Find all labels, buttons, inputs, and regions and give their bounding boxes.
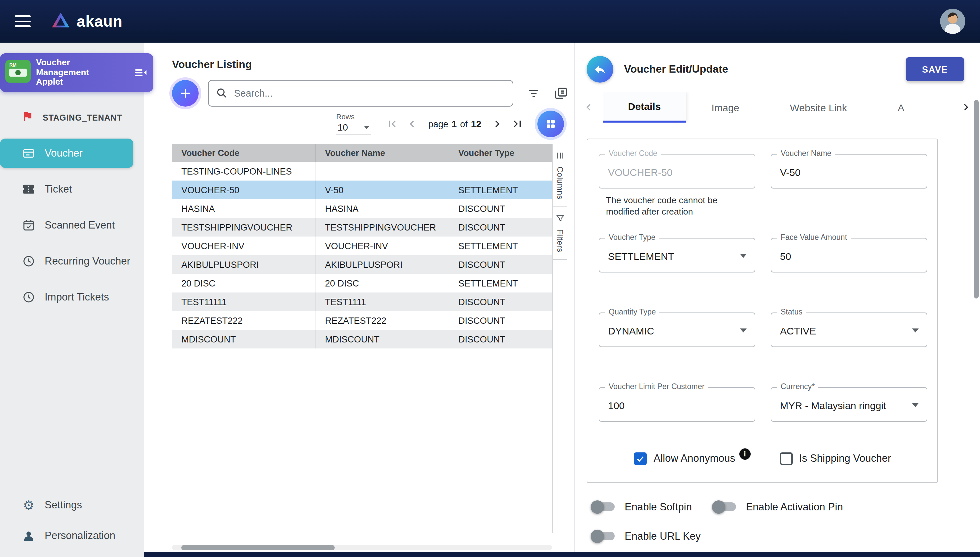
toggle-section: Enable Softpin Enable Activation Pin bbox=[591, 500, 980, 543]
sidebar-footer: ⚙ Settings Personalization bbox=[0, 488, 144, 557]
cell-voucher-code: VOUCHER-INV bbox=[172, 236, 315, 255]
field-label: Quantity Type bbox=[605, 308, 659, 316]
enable-softpin-toggle[interactable] bbox=[591, 500, 616, 514]
collapse-sidebar-icon[interactable] bbox=[133, 65, 148, 80]
voucher-code-helper-text: The voucher code cannot be modified afte… bbox=[606, 195, 747, 218]
field-label: Status bbox=[777, 308, 806, 316]
cell-voucher-name: REZATEST222 bbox=[315, 311, 448, 330]
user-avatar[interactable] bbox=[940, 9, 965, 34]
tab-image[interactable]: Image bbox=[686, 92, 764, 122]
brand-logo: akaun bbox=[51, 11, 123, 31]
toggle-label: Enable URL Key bbox=[625, 530, 701, 542]
voucher-type-select[interactable]: Voucher Type SETTLEMENT bbox=[598, 238, 755, 272]
columns-panel-tab[interactable]: Columns bbox=[553, 144, 567, 207]
gear-icon: ⚙ bbox=[21, 499, 36, 511]
is-shipping-voucher-checkbox[interactable]: Is Shipping Voucher bbox=[779, 453, 891, 465]
back-button[interactable] bbox=[587, 56, 613, 83]
voucher-name-field[interactable]: Voucher Name V-50 bbox=[771, 154, 927, 189]
column-header-voucher-code[interactable]: Voucher Code bbox=[172, 144, 315, 162]
sidebar-item-scanned-event[interactable]: Scanned Event bbox=[0, 210, 144, 239]
svg-text:RM: RM bbox=[9, 62, 17, 68]
add-voucher-button[interactable] bbox=[172, 80, 199, 107]
table-zone: Voucher Code Voucher Name Voucher Type T… bbox=[172, 144, 574, 533]
tab-truncated[interactable]: A bbox=[872, 92, 929, 122]
table-row[interactable]: 20 DISC 20 DISC SETTLEMENT bbox=[172, 274, 552, 293]
cell-voucher-code: 20 DISC bbox=[172, 274, 315, 293]
column-header-voucher-type[interactable]: Voucher Type bbox=[448, 144, 552, 162]
vertical-scrollbar-thumb[interactable] bbox=[974, 100, 979, 298]
cell-voucher-type: SETTLEMENT bbox=[448, 274, 552, 293]
filters-panel-tab[interactable]: Filters bbox=[553, 207, 567, 260]
last-page-button[interactable] bbox=[509, 116, 525, 132]
first-page-button[interactable] bbox=[384, 116, 400, 132]
table-row[interactable]: MDISCOUNT MDISCOUNT DISCOUNT bbox=[172, 330, 552, 349]
enable-url-key-toggle[interactable] bbox=[591, 530, 616, 543]
cell-voucher-code: TESTSHIPPINGVOUCHER bbox=[172, 218, 315, 236]
table-row[interactable]: REZATEST222 REZATEST222 DISCOUNT bbox=[172, 311, 552, 330]
main-content: Voucher Listing bbox=[144, 42, 980, 557]
bottom-frame-strip bbox=[144, 552, 980, 557]
table-row[interactable]: TESTSHIPPINGVOUCHER TESTSHIPPINGVOUCHER … bbox=[172, 218, 552, 236]
next-page-button[interactable] bbox=[489, 116, 505, 132]
allow-anonymous-checkbox[interactable]: Allow Anonymous i bbox=[634, 453, 751, 465]
sidebar-item-recurring-voucher[interactable]: Recurring Voucher bbox=[0, 246, 144, 275]
editor-header: Voucher Edit/Update SAVE bbox=[575, 52, 980, 86]
grid-view-button[interactable] bbox=[537, 111, 564, 137]
table-row[interactable]: VOUCHER-INV VOUCHER-INV SETTLEMENT bbox=[172, 236, 552, 255]
voucher-details-form: Voucher Code VOUCHER-50 Voucher Name V-5… bbox=[587, 138, 938, 483]
enable-activation-pin-toggle[interactable] bbox=[712, 500, 737, 514]
applet-title: Voucher Management Applet bbox=[36, 58, 113, 87]
cell-voucher-name: AKIBULPLUSPORI bbox=[315, 255, 448, 274]
import-tickets-icon bbox=[21, 290, 36, 303]
sidebar-item-import-tickets[interactable]: Import Tickets bbox=[0, 282, 144, 311]
sidebar-item-label: Ticket bbox=[45, 183, 72, 195]
table-row[interactable]: TEST11111 TEST1111 DISCOUNT bbox=[172, 293, 552, 311]
filter-list-icon[interactable] bbox=[527, 86, 541, 100]
table-row[interactable]: TESTING-COUPON-LINES bbox=[172, 162, 552, 181]
sidebar-item-label: Scanned Event bbox=[45, 219, 115, 231]
menu-icon[interactable] bbox=[15, 16, 31, 27]
search-input[interactable] bbox=[208, 80, 513, 107]
tab-details[interactable]: Details bbox=[603, 92, 686, 122]
rows-per-page-select[interactable]: Rows 10 bbox=[336, 112, 371, 135]
save-button[interactable]: SAVE bbox=[906, 57, 964, 81]
sidebar-item-tenant[interactable]: STAGING_TENANT bbox=[0, 107, 144, 128]
tabs-scroll-left-button[interactable] bbox=[575, 92, 603, 122]
status-select[interactable]: Status ACTIVE bbox=[771, 313, 927, 347]
voucher-limit-field[interactable]: Voucher Limit Per Customer 100 bbox=[598, 387, 755, 422]
akaun-logo-icon bbox=[51, 11, 71, 31]
chevron-down-icon bbox=[364, 125, 370, 129]
pagination-row: Rows 10 page1of12 bbox=[172, 111, 564, 137]
cell-voucher-name: HASINA bbox=[315, 199, 448, 218]
sidebar-item-voucher[interactable]: Voucher bbox=[0, 138, 133, 168]
sidebar-item-ticket[interactable]: Ticket bbox=[0, 174, 144, 204]
cell-voucher-type: DISCOUNT bbox=[448, 293, 552, 311]
applet-header: RM Voucher Management Applet bbox=[0, 53, 153, 91]
tab-website-link[interactable]: Website Link bbox=[765, 92, 872, 122]
cell-voucher-type: SETTLEMENT bbox=[448, 236, 552, 255]
sidebar-item-settings[interactable]: ⚙ Settings bbox=[0, 492, 144, 518]
quantity-type-select[interactable]: Quantity Type DYNAMIC bbox=[598, 313, 755, 347]
cell-voucher-type: DISCOUNT bbox=[448, 330, 552, 349]
column-header-voucher-name[interactable]: Voucher Name bbox=[315, 144, 448, 162]
horizontal-scrollbar-thumb[interactable] bbox=[181, 545, 335, 550]
face-value-amount-field[interactable]: Face Value Amount 50 bbox=[771, 238, 927, 272]
horizontal-scrollbar[interactable] bbox=[172, 545, 552, 550]
field-label: Voucher Type bbox=[605, 233, 659, 241]
pages-icon[interactable] bbox=[554, 86, 568, 100]
field-label: Voucher Name bbox=[777, 149, 835, 157]
previous-page-button[interactable] bbox=[404, 116, 420, 132]
table-row[interactable]: AKIBULPLUSPORI AKIBULPLUSPORI DISCOUNT bbox=[172, 255, 552, 274]
currency-select[interactable]: Currency* MYR - Malaysian ringgit bbox=[771, 387, 927, 422]
total-pages: 12 bbox=[471, 119, 481, 129]
table-row[interactable]: VOUCHER-50 V-50 SETTLEMENT bbox=[172, 181, 552, 199]
page-indicator: page1of12 bbox=[428, 119, 481, 129]
sidebar-item-personalization[interactable]: Personalization bbox=[0, 522, 144, 549]
sidebar: RM Voucher Management Applet bbox=[0, 42, 144, 557]
info-icon[interactable]: i bbox=[739, 448, 750, 460]
table-row[interactable]: HASINA HASINA DISCOUNT bbox=[172, 199, 552, 218]
tenant-label: STAGING_TENANT bbox=[42, 113, 122, 122]
field-value: 50 bbox=[780, 251, 791, 262]
checkbox-label: Is Shipping Voucher bbox=[799, 453, 891, 465]
ticket-icon bbox=[21, 182, 36, 195]
